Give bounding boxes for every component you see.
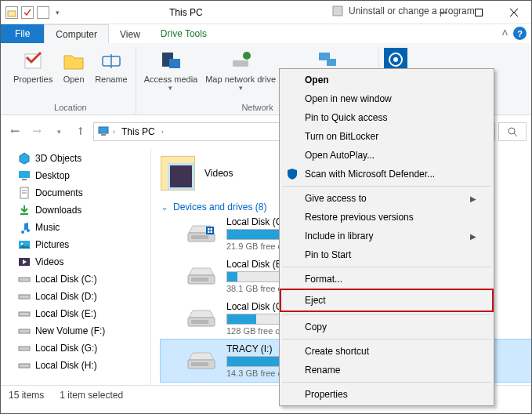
ctx-autoplay[interactable]: Open AutoPlay... bbox=[281, 146, 492, 165]
svg-rect-48 bbox=[191, 362, 208, 366]
qat-new-folder-icon[interactable] bbox=[37, 6, 49, 19]
svg-rect-44 bbox=[191, 278, 208, 281]
svg-rect-32 bbox=[19, 312, 30, 316]
drive-icon bbox=[186, 222, 217, 245]
nav-new-volume-f[interactable]: New Volume (F:) bbox=[1, 322, 150, 340]
nav-desktop[interactable]: Desktop bbox=[1, 167, 150, 184]
open-folder-icon bbox=[61, 48, 86, 73]
submenu-arrow-icon: ▶ bbox=[470, 232, 476, 241]
drive-icon bbox=[18, 290, 31, 303]
nav-local-disk-d[interactable]: Local Disk (D:) bbox=[1, 288, 150, 305]
drive-tools-tab[interactable]: Drive Tools bbox=[153, 24, 215, 43]
svg-rect-46 bbox=[191, 320, 208, 324]
svg-line-20 bbox=[514, 133, 517, 136]
ctx-eject-highlight: Eject bbox=[280, 289, 494, 312]
chevron-down-icon: ⌄ bbox=[161, 202, 168, 212]
collapse-ribbon-icon[interactable]: ᐱ bbox=[502, 28, 508, 37]
svg-rect-37 bbox=[191, 235, 208, 239]
svg-rect-16 bbox=[333, 6, 342, 16]
ctx-properties[interactable]: Properties bbox=[281, 385, 492, 404]
ctx-eject[interactable]: Eject bbox=[281, 290, 492, 310]
ctx-rename[interactable]: Rename bbox=[281, 361, 492, 380]
back-button[interactable]: 🠔 bbox=[5, 122, 24, 141]
up-button[interactable]: 🠕 bbox=[71, 122, 90, 141]
drive-icon bbox=[18, 307, 31, 320]
properties-icon bbox=[20, 48, 45, 73]
nav-pictures[interactable]: Pictures bbox=[1, 236, 150, 253]
ctx-restore-versions[interactable]: Restore previous versions bbox=[281, 208, 492, 227]
breadcrumb-this-pc[interactable]: This PC bbox=[118, 126, 158, 137]
drive-icon bbox=[18, 359, 31, 372]
computer-tab[interactable]: Computer bbox=[44, 24, 109, 43]
drive-icon bbox=[186, 307, 217, 330]
ctx-separator bbox=[282, 314, 491, 315]
ctx-separator bbox=[282, 267, 491, 267]
ctx-separator bbox=[282, 186, 491, 187]
svg-point-15 bbox=[393, 57, 398, 62]
context-menu: Open Open in new window Pin to Quick acc… bbox=[279, 68, 494, 406]
svg-rect-40 bbox=[211, 228, 213, 231]
ribbon-tabs: File Computer View Drive Tools ᐱ ? bbox=[1, 24, 531, 43]
uninstall-program-button[interactable]: Uninstall or change a program bbox=[328, 4, 478, 18]
ctx-give-access[interactable]: Give access to▶ bbox=[281, 189, 492, 208]
navigation-pane[interactable]: 3D Objects Desktop Documents Downloads M… bbox=[1, 148, 151, 385]
svg-rect-18 bbox=[101, 134, 106, 136]
svg-rect-39 bbox=[208, 228, 210, 231]
svg-rect-21 bbox=[19, 171, 30, 178]
ctx-defender[interactable]: Scan with Microsoft Defender... bbox=[281, 165, 492, 183]
nav-downloads[interactable]: Downloads bbox=[1, 202, 150, 219]
svg-rect-30 bbox=[19, 278, 30, 281]
ctx-pin-start[interactable]: Pin to Start bbox=[281, 245, 492, 264]
window-title: This PC bbox=[161, 7, 211, 18]
svg-rect-38 bbox=[206, 227, 214, 234]
defender-shield-icon bbox=[286, 168, 299, 180]
submenu-arrow-icon: ▶ bbox=[470, 194, 476, 203]
nav-documents[interactable]: Documents bbox=[1, 184, 150, 202]
ctx-pin-quick-access[interactable]: Pin to Quick access bbox=[281, 108, 492, 127]
qat-properties-icon[interactable] bbox=[21, 6, 34, 19]
nav-local-disk-e[interactable]: Local Disk (E:) bbox=[1, 305, 150, 322]
forward-button[interactable]: 🠖 bbox=[27, 122, 46, 141]
ctx-open[interactable]: Open bbox=[281, 71, 492, 89]
nav-local-disk-c[interactable]: Local Disk (C:) bbox=[1, 271, 150, 288]
svg-rect-34 bbox=[19, 347, 30, 350]
ctx-bitlocker[interactable]: Turn on BitLocker bbox=[281, 127, 492, 146]
3d-objects-icon bbox=[18, 152, 31, 165]
svg-rect-22 bbox=[22, 179, 27, 180]
qat-dropdown-icon[interactable]: ▾ bbox=[52, 9, 63, 16]
search-icon bbox=[508, 127, 518, 137]
svg-point-19 bbox=[508, 128, 515, 134]
nav-local-disk-g[interactable]: Local Disk (G:) bbox=[1, 340, 150, 357]
rename-button[interactable]: Rename bbox=[92, 46, 131, 85]
downloads-icon bbox=[18, 204, 31, 216]
nav-videos[interactable]: Videos bbox=[1, 253, 150, 271]
drive-icon bbox=[186, 349, 217, 372]
svg-rect-41 bbox=[208, 231, 210, 234]
file-tab[interactable]: File bbox=[1, 24, 44, 43]
access-media-button[interactable]: Access media▾ bbox=[141, 46, 201, 93]
svg-rect-0 bbox=[8, 11, 16, 16]
ctx-copy[interactable]: Copy bbox=[281, 318, 492, 336]
ctx-format[interactable]: Format... bbox=[281, 270, 492, 289]
explorer-icon bbox=[5, 6, 18, 19]
recent-locations-button[interactable]: ▾ bbox=[49, 122, 68, 141]
help-icon[interactable]: ? bbox=[513, 27, 527, 40]
documents-icon bbox=[18, 187, 31, 199]
ctx-include-library[interactable]: Include in library▶ bbox=[281, 227, 492, 245]
open-button[interactable]: Open bbox=[57, 46, 90, 85]
search-box[interactable] bbox=[498, 122, 527, 141]
view-tab[interactable]: View bbox=[109, 24, 151, 43]
properties-button[interactable]: Properties bbox=[10, 46, 56, 85]
pc-icon bbox=[97, 125, 110, 140]
close-button[interactable] bbox=[496, 1, 531, 24]
nav-3d-objects[interactable]: 3D Objects bbox=[1, 150, 150, 167]
svg-point-11 bbox=[243, 52, 251, 60]
music-icon bbox=[18, 221, 31, 234]
ctx-create-shortcut[interactable]: Create shortcut bbox=[281, 342, 492, 361]
status-selection: 1 item selected bbox=[60, 390, 123, 401]
ctx-open-new-window[interactable]: Open in new window bbox=[281, 89, 492, 108]
nav-local-disk-h[interactable]: Local Disk (H:) bbox=[1, 357, 150, 374]
access-media-icon bbox=[158, 48, 183, 73]
nav-music[interactable]: Music bbox=[1, 219, 150, 236]
map-network-drive-button[interactable]: Map network drive▾ bbox=[202, 46, 279, 93]
